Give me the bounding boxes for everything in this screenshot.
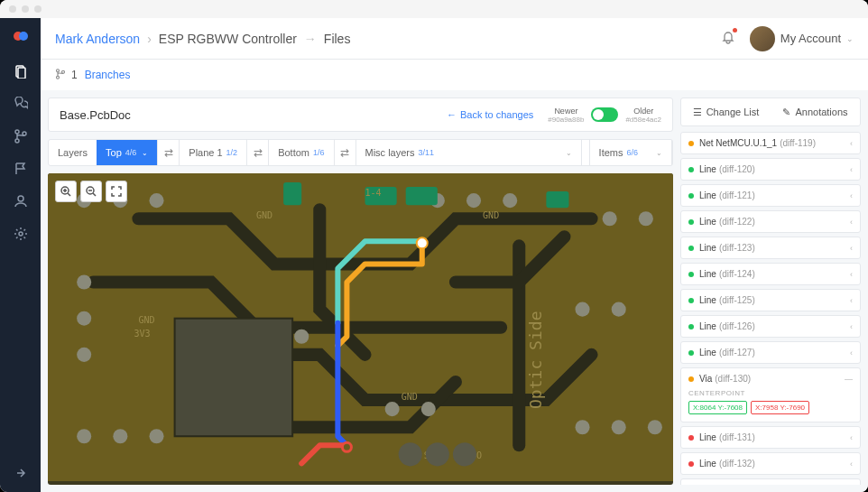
filter-misc[interactable]: Misc layers 3/11 ⌄ [356,140,582,165]
svg-text:GND: GND [402,392,418,402]
pcb-canvas: GND GND GND GND 3V3 1-4 SCLK MISO Optic … [48,173,673,481]
zoom-in-button[interactable] [55,181,77,202]
svg-point-31 [294,330,309,344]
arrow-left-icon: ← [447,109,457,120]
status-dot-icon [688,193,694,199]
centerpoint-new-value: X:8064 Y:-7608 [688,401,747,414]
svg-point-4 [15,130,19,134]
breadcrumb: Mark Anderson › ESP RGBWW Controller → F… [55,32,350,46]
filter-plane[interactable]: Plane 1 1/2 [180,140,247,165]
filter-settings-icon[interactable]: ⇄ [335,140,356,165]
tab-change-list[interactable]: ☰ Change List [681,98,771,125]
svg-point-56 [426,442,449,466]
change-list: Net NetMCU.U.1_1 (diff-119)‹Line (diff-1… [680,132,861,485]
tab-annotations[interactable]: ✎ Annotations [771,98,860,125]
nav-flag-icon[interactable] [13,161,29,177]
change-item[interactable]: Via (diff-130)—CENTERPOINTX:8064 Y:-7608… [680,367,861,422]
svg-point-35 [612,420,626,434]
svg-point-57 [453,442,476,466]
svg-point-9 [57,69,60,71]
version-toggle[interactable] [591,107,618,122]
top-header: Mark Anderson › ESP RGBWW Controller → F… [41,18,868,60]
change-item-label: Line [699,348,716,357]
filter-items[interactable]: Items 6/6 ⌄ [589,140,672,165]
change-item-label: Line [699,190,716,200]
filter-settings-icon[interactable]: ⇄ [158,140,180,165]
chevron-icon: ‹ [850,139,853,148]
status-dot-icon [688,376,694,382]
svg-point-26 [77,429,91,443]
filter-bottom[interactable]: Bottom 1/6 [269,140,334,165]
svg-rect-3 [18,68,25,79]
change-item-diff: (diff-120) [719,164,755,174]
layer-filters: Layers Top 4/6 ⌄ ⇄ Plane 1 1/2 ⇄ [48,139,673,166]
change-item-label: Line [699,459,716,469]
change-item-diff: (diff-132) [719,459,755,469]
nav-users-icon[interactable] [13,193,29,209]
svg-text:Optic Side: Optic Side [526,311,545,409]
change-item[interactable]: Line (diff-132)‹ [680,452,861,475]
change-item-diff: (diff-125) [719,295,755,305]
account-menu[interactable]: My Account ⌄ [750,26,854,51]
change-item-label: Line [699,295,716,305]
subheader: 1 Branches [41,60,868,90]
chevron-icon: ‹ [850,270,853,279]
window-titlebar [0,0,868,18]
change-item[interactable]: Line (diff-124)‹ [680,263,861,285]
notifications-icon[interactable] [721,30,735,47]
svg-rect-43 [546,191,568,208]
branches-link[interactable]: Branches [85,69,131,81]
document-header: Base.PcbDoc ← Back to changes Newer #90a… [48,97,673,132]
change-item-diff: (diff-131) [719,432,755,442]
chevron-icon: — [845,375,853,384]
back-to-changes-link[interactable]: ← Back to changes [447,109,533,120]
change-item[interactable]: Line (diff-126)‹ [680,315,861,338]
zoom-out-button[interactable] [80,181,102,202]
change-item[interactable]: Line (diff-127)‹ [680,341,861,364]
nav-files-icon[interactable] [13,63,29,79]
svg-point-8 [19,232,23,236]
change-item[interactable]: Line (diff-120)‹ [680,158,861,181]
breadcrumb-user[interactable]: Mark Anderson [55,32,140,46]
pcb-viewer[interactable]: GND GND GND GND 3V3 1-4 SCLK MISO Optic … [48,173,673,485]
change-item-diff: (diff-122) [719,217,755,227]
chevron-icon: ‹ [850,348,853,357]
nav-branches-icon[interactable] [13,128,29,144]
svg-point-20 [503,193,517,208]
nav-settings-icon[interactable] [13,226,29,242]
change-item-diff: (diff-119) [780,138,816,148]
change-item[interactable]: Net NetMCU.U.1_1 (diff-119)‹ [680,132,861,154]
centerpoint-section: CENTERPOINTX:8064 Y:-7608X:7958 Y:-7690 [688,389,853,414]
status-dot-icon [688,167,694,172]
older-hash: #d58e4ac2 [625,116,661,124]
app-logo[interactable] [10,25,32,47]
fullscreen-button[interactable] [106,181,127,202]
change-item-diff: (diff-121) [719,190,755,200]
nav-comments-icon[interactable] [13,96,29,112]
svg-point-44 [417,237,428,248]
svg-text:GND: GND [138,315,154,325]
filter-settings-icon[interactable]: ⇄ [247,140,269,165]
change-item[interactable]: Line (diff-133)‹ [680,478,861,485]
svg-point-28 [149,429,163,443]
change-item[interactable]: Line (diff-121)‹ [680,184,861,207]
status-dot-icon [688,324,694,330]
newer-hash: #90a9a88b [548,116,584,124]
svg-point-25 [77,348,91,362]
chevron-down-icon: ⌄ [142,149,148,157]
nav-collapse-icon[interactable] [13,465,29,481]
breadcrumb-project[interactable]: ESP RGBWW Controller [159,32,297,46]
change-item[interactable]: Line (diff-125)‹ [680,289,861,311]
traffic-light-min[interactable] [22,5,29,13]
change-item[interactable]: Line (diff-131)‹ [680,426,861,449]
svg-point-22 [639,211,653,226]
change-item[interactable]: Line (diff-122)‹ [680,210,861,233]
chevron-icon: ‹ [850,218,853,227]
status-dot-icon [688,246,694,251]
traffic-light-close[interactable] [9,5,16,13]
change-item[interactable]: Line (diff-123)‹ [680,237,861,259]
svg-point-36 [648,420,662,434]
filter-top[interactable]: Top 4/6 ⌄ [97,140,158,165]
traffic-light-max[interactable] [34,5,42,13]
document-title: Base.PcbDoc [60,108,131,122]
